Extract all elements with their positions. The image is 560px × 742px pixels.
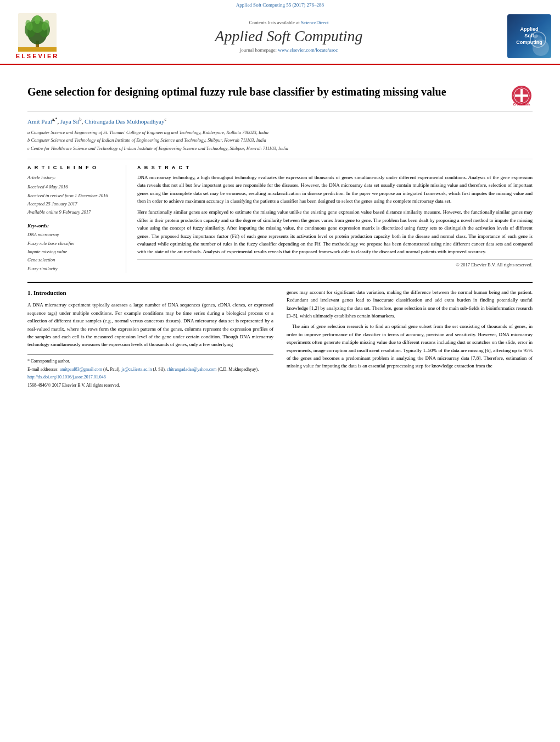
keywords-section: Keywords: DNA microarray Fuzzy rule base… <box>27 223 119 272</box>
footnote-email-c-name: (C.D. Mukhopadhyay). <box>218 367 259 372</box>
footnote-doi-link[interactable]: http://dx.doi.org/10.1016/j.asoc.2017.01… <box>27 375 106 380</box>
footnote-doi: http://dx.doi.org/10.1016/j.asoc.2017.01… <box>27 374 273 381</box>
author-c-sup: c <box>164 117 166 122</box>
homepage-url[interactable]: www.elsevier.com/locate/asoc <box>278 47 338 53</box>
section-1: 1. Introduction A DNA microarray experim… <box>27 282 533 390</box>
available-date: Available online 9 February 2017 <box>27 208 119 216</box>
footnote-emails: E-mail addresses: amitpaul83@gmail.com (… <box>27 366 273 373</box>
abstract-p1: DNA microarray technology, a high throug… <box>137 174 533 205</box>
section-1-right-p1: genes may account for significant data v… <box>287 288 533 320</box>
article-body: Gene selection for designing optimal fuz… <box>0 65 560 401</box>
footnote-email-a-name: (A. Paul), <box>103 367 120 372</box>
footnote-email-b-name: (J. Sil), <box>153 367 165 372</box>
affil-c: c Centre for Healthcare Science and Tech… <box>27 145 533 152</box>
abstract-p2: Here functionally similar genes are empl… <box>137 208 533 255</box>
crossmark-icon[interactable]: CrossMark <box>511 85 533 107</box>
section-1-title: 1. Introduction <box>27 288 273 298</box>
section-1-left: 1. Introduction A DNA microarray experim… <box>27 288 273 390</box>
keyword-5: Fuzzy similarity <box>27 265 119 273</box>
contents-link: Contents lists available at ScienceDirec… <box>70 20 507 25</box>
footnote-issn: 1568-4946/© 2017 Elsevier B.V. All right… <box>27 382 273 389</box>
abstract-col: A B S T R A C T DNA microarray technolog… <box>137 165 533 273</box>
history-header: Article history: <box>27 174 119 182</box>
keyword-2: Fuzzy rule base classifier <box>27 239 119 248</box>
article-title: Gene selection for designing optimal fuz… <box>27 85 502 99</box>
journal-title: Applied Soft Computing <box>70 27 507 45</box>
doi-line: Applied Soft Computing 55 (2017) 276–288 <box>0 0 560 9</box>
journal-logo-text: Applied Soft Computing <box>516 26 542 46</box>
author-b-sup: b <box>80 117 82 122</box>
abstract-header: A B S T R A C T <box>137 165 533 170</box>
abstract-text: DNA microarray technology, a high throug… <box>137 174 533 256</box>
footnote-email-label: E-mail addresses: <box>27 367 59 372</box>
footnote-email-c[interactable]: chitrangadadas@yahoo.com <box>167 367 217 372</box>
author-a-sup: a,* <box>52 117 58 122</box>
homepage-link: journal homepage: www.elsevier.com/locat… <box>70 47 507 53</box>
page: Applied Soft Computing 55 (2017) 276–288 <box>0 0 560 742</box>
section-1-left-p1: A DNA microarray experiment typically as… <box>27 301 273 348</box>
footnote-email-a[interactable]: amitpaul83@gmail.com <box>60 367 102 372</box>
revised-date: Received in revised form 1 December 2016 <box>27 192 119 200</box>
article-info-header: A R T I C L E I N F O <box>27 165 119 170</box>
elsevier-wordmark: ELSEVIER <box>16 53 59 59</box>
author-b-link[interactable]: Jaya Sil <box>60 118 80 125</box>
keyword-3: Impute missing value <box>27 248 119 256</box>
author-a-link[interactable]: Amit Paul <box>27 118 52 125</box>
keywords-list: DNA microarray Fuzzy rule base classifie… <box>27 231 119 272</box>
svg-rect-16 <box>515 94 528 97</box>
header-center: Contents lists available at ScienceDirec… <box>70 20 507 53</box>
copyright: © 2017 Elsevier B.V. All rights reserved… <box>137 259 533 267</box>
article-info-col: A R T I C L E I N F O Article history: R… <box>27 165 126 273</box>
elsevier-tree-icon <box>18 13 57 52</box>
keywords-header: Keywords: <box>27 223 119 228</box>
sciencedirect-link[interactable]: ScienceDirect <box>301 20 328 25</box>
svg-text:CrossMark: CrossMark <box>513 103 530 106</box>
svg-point-8 <box>35 15 40 24</box>
affiliations: a Computer Science and Engineering of St… <box>27 129 533 152</box>
footnote-corresponding: * Corresponding author. <box>27 358 273 365</box>
affil-a: a Computer Science and Engineering of St… <box>27 129 533 136</box>
keyword-4: Gene selection <box>27 256 119 264</box>
author-c-link[interactable]: Chitrangada Das Mukhopadhyay <box>85 118 164 125</box>
received-date: Received 4 May 2016 <box>27 183 119 191</box>
journal-header: Applied Soft Computing 55 (2017) 276–288 <box>0 0 560 65</box>
accepted-date: Accepted 25 January 2017 <box>27 200 119 208</box>
affil-b: b Computer Science and Technology of Ind… <box>27 137 533 144</box>
header-main: ELSEVIER Contents lists available at Sci… <box>0 9 560 64</box>
authors-line: Amit Paula,*, Jaya Silb, Chitrangada Das… <box>27 117 533 125</box>
section-1-right-p2: The aim of gene selection research is to… <box>287 322 533 370</box>
article-history: Article history: Received 4 May 2016 Rec… <box>27 174 119 216</box>
doi-text: Applied Soft Computing 55 (2017) 276–288 <box>236 2 324 8</box>
article-title-section: Gene selection for designing optimal fuz… <box>27 85 533 111</box>
svg-rect-9 <box>18 47 57 52</box>
footnote-email-b[interactable]: js@cs.iiests.ac.in <box>121 367 152 372</box>
section-1-right: genes may account for significant data v… <box>287 288 533 390</box>
keyword-1: DNA microarray <box>27 231 119 239</box>
elsevier-logo: ELSEVIER <box>4 13 70 59</box>
footnote-section: * Corresponding author. E-mail addresses… <box>27 354 273 389</box>
journal-logo-box: Applied Soft Computing <box>507 14 551 58</box>
article-info-abstract: A R T I C L E I N F O Article history: R… <box>27 159 533 273</box>
section-1-cols: 1. Introduction A DNA microarray experim… <box>27 288 533 390</box>
